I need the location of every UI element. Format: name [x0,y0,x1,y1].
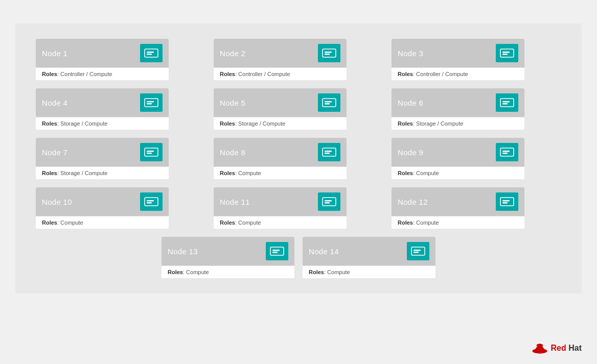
svg-rect-38 [272,252,278,253]
node-icon-1 [140,44,163,62]
svg-rect-14 [325,103,330,105]
svg-rect-26 [502,153,508,154]
svg-rect-23 [325,153,330,154]
svg-rect-35 [502,202,508,204]
node-header-1: Node 1 [36,39,169,67]
node-name-13: Node 13 [168,247,198,256]
node-header-12: Node 12 [392,187,524,216]
node-header-3: Node 3 [392,39,524,67]
svg-rect-12 [323,99,336,107]
node-name-14: Node 14 [309,247,339,256]
redhat-label: Red Hat [551,344,582,353]
roles-label-7: Roles [42,170,57,176]
node-footer-12: Roles: Compute [392,216,524,229]
svg-point-44 [532,349,547,354]
roles-label-11: Roles [220,220,235,226]
node-card-7: Node 7 Roles: Storage / Compute [36,138,169,179]
roles-label-9: Roles [398,170,413,176]
node-header-8: Node 8 [214,138,347,166]
node-footer-14: Roles: Compute [303,265,435,278]
node-card-11: Node 11 Roles: Compute [214,187,347,229]
node-icon-4 [140,93,163,112]
node-name-2: Node 2 [220,49,245,58]
node-card-8: Node 8 Roles: Compute [214,138,347,179]
node-icon-13 [266,242,288,260]
svg-rect-33 [500,198,514,206]
node-icon-8 [318,143,340,161]
node-header-5: Node 5 [214,88,347,117]
node-card-9: Node 9 Roles: Compute [392,138,524,179]
svg-rect-31 [325,200,332,202]
node-name-8: Node 8 [220,148,245,157]
node-footer-4: Roles: Storage / Compute [36,117,169,130]
node-name-11: Node 11 [220,198,250,206]
node-header-7: Node 7 [36,138,169,166]
svg-rect-21 [323,148,336,156]
svg-rect-28 [147,200,154,202]
node-footer-8: Roles: Compute [214,166,347,179]
svg-rect-27 [145,198,158,206]
node-header-14: Node 14 [303,237,435,265]
svg-rect-10 [147,101,154,103]
node-card-13: Node 13 Roles: Compute [162,237,294,278]
roles-label-13: Roles [168,269,183,275]
roles-label-8: Roles [220,170,235,176]
node-footer-3: Roles: Controller / Compute [392,67,524,80]
roles-label-4: Roles [42,120,57,127]
svg-rect-36 [270,247,284,255]
node-header-4: Node 4 [36,88,169,117]
svg-rect-19 [147,151,154,152]
svg-rect-41 [414,252,419,253]
roles-label-5: Roles [220,120,235,127]
node-icon-3 [496,44,518,62]
node-card-12: Node 12 Roles: Compute [392,187,524,229]
svg-rect-8 [502,54,508,55]
svg-rect-34 [502,200,510,202]
node-footer-9: Roles: Compute [392,166,524,179]
node-header-6: Node 6 [392,88,524,117]
node-name-9: Node 9 [398,148,423,157]
svg-rect-40 [414,250,421,251]
roles-label-1: Roles [42,71,57,77]
svg-rect-9 [145,99,158,107]
svg-rect-0 [145,49,158,57]
node-footer-5: Roles: Storage / Compute [214,117,347,130]
node-icon-9 [496,143,518,161]
node-footer-2: Roles: Controller / Compute [214,67,347,80]
node-icon-11 [318,192,340,211]
roles-label-10: Roles [42,220,57,226]
node-card-10: Node 10 Roles: Compute [36,187,169,229]
main-container: Node 1 Roles: Controller / Compute Node … [15,23,582,294]
svg-rect-25 [502,151,510,152]
svg-rect-18 [145,148,158,156]
node-card-14: Node 14 Roles: Compute [303,237,435,278]
svg-rect-37 [272,250,280,251]
node-header-2: Node 2 [214,39,347,67]
node-icon-5 [318,93,340,112]
svg-rect-17 [502,103,508,105]
node-name-5: Node 5 [220,99,245,107]
node-card-2: Node 2 Roles: Controller / Compute [214,39,347,80]
roles-label-6: Roles [398,120,413,127]
node-name-3: Node 3 [398,49,423,58]
svg-rect-22 [325,151,332,152]
node-footer-11: Roles: Compute [214,216,347,229]
svg-rect-11 [147,103,152,105]
node-icon-7 [140,143,163,161]
node-name-7: Node 7 [42,148,67,157]
svg-rect-5 [325,54,330,55]
redhat-logo: Red Hat [532,342,582,355]
svg-rect-15 [500,99,514,107]
svg-rect-24 [500,148,514,156]
node-card-5: Node 5 Roles: Storage / Compute [214,88,347,130]
svg-rect-30 [323,198,336,206]
node-card-6: Node 6 Roles: Storage / Compute [392,88,524,130]
node-header-13: Node 13 [162,237,294,265]
node-name-4: Node 4 [42,99,67,107]
redhat-hat-icon [532,342,548,355]
svg-rect-6 [500,49,514,57]
node-footer-13: Roles: Compute [162,265,294,278]
node-card-4: Node 4 Roles: Storage / Compute [36,88,169,130]
roles-label-3: Roles [398,71,413,77]
node-footer-1: Roles: Controller / Compute [36,67,169,80]
